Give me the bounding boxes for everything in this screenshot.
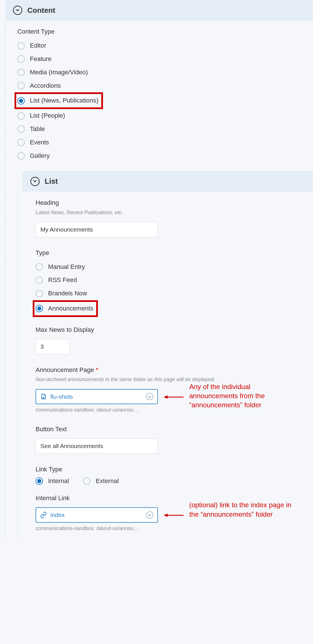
radio-icon	[17, 82, 25, 89]
radio-list-people[interactable]: List (People)	[17, 109, 313, 122]
chevron-down-icon	[15, 8, 20, 13]
heading-input[interactable]	[36, 222, 158, 237]
radio-icon	[36, 290, 43, 297]
radio-label: RSS Feed	[48, 276, 77, 285]
heading-label: Heading	[36, 199, 313, 207]
clear-announcement-page[interactable]	[146, 393, 153, 400]
button-text-label: Button Text	[36, 425, 313, 434]
announcement-page-value: flu-shots	[50, 392, 143, 401]
radio-icon	[17, 69, 25, 76]
announcement-page-label-text: Announcement Page	[36, 366, 94, 373]
radio-icon	[17, 125, 25, 133]
svg-marker-7	[164, 514, 168, 517]
radio-icon	[83, 477, 90, 485]
radio-list-news[interactable]: List (News, Publications)	[17, 95, 98, 106]
radio-icon	[17, 139, 25, 146]
internal-link-selector[interactable]: index	[36, 507, 158, 522]
content-body: Content Type Editor Feature Media (Image…	[5, 21, 313, 162]
radio-table[interactable]: Table	[17, 122, 313, 136]
section-header-list: List	[22, 171, 313, 191]
radio-feature[interactable]: Feature	[17, 52, 313, 66]
close-icon	[148, 392, 151, 401]
radio-label: Events	[30, 138, 49, 147]
announcement-page-annotation: Any of the individual announcements from…	[189, 382, 297, 410]
radio-external[interactable]: External	[83, 477, 119, 486]
radio-icon	[17, 42, 25, 50]
radio-icon-selected	[36, 305, 43, 312]
clear-internal-link[interactable]	[146, 511, 153, 519]
radio-icon	[17, 152, 25, 160]
heading-help: Latest News, Recent Publications, etc.	[36, 209, 313, 216]
content-type-label: Content Type	[17, 27, 313, 36]
annotation-arrow-icon	[164, 512, 184, 518]
radio-icon	[36, 277, 43, 284]
radio-editor[interactable]: Editor	[17, 39, 313, 52]
internal-link-annotation: (optional) link to the index page in the…	[189, 500, 297, 519]
chevron-down-icon	[33, 179, 37, 184]
radio-icon	[17, 112, 25, 120]
required-asterisk: *	[96, 366, 98, 373]
announcement-page-path: communications-sandbox: /about-us/annou…	[36, 406, 158, 414]
radio-accordions[interactable]: Accordions	[17, 79, 313, 93]
internal-link-path: communications-sandbox: /about-us/annou…	[36, 525, 158, 532]
section-title-list: List	[45, 176, 58, 186]
radio-icon-selected	[17, 97, 25, 105]
radio-icon	[36, 263, 43, 271]
link-type-group: Internal External	[36, 477, 313, 486]
radio-brandeis-now[interactable]: Brandeis Now	[36, 287, 313, 300]
radio-internal[interactable]: Internal	[36, 477, 69, 486]
button-text-input[interactable]	[36, 438, 158, 454]
radio-announcements[interactable]: Announcements	[36, 303, 93, 314]
close-icon	[148, 511, 151, 519]
announcement-page-selector[interactable]: flu-shots	[36, 389, 158, 404]
announcement-page-label: Announcement Page *	[36, 366, 313, 375]
annotation-arrow-icon	[164, 394, 184, 400]
highlight-content-type: List (News, Publications)	[15, 92, 103, 109]
radio-label: Manual Entry	[48, 263, 85, 271]
list-type-label: Type	[36, 249, 313, 257]
list-type-group: Manual Entry RSS Feed Brandeis Now Annou…	[36, 260, 313, 317]
internal-link-value: index	[50, 511, 143, 519]
max-news-input[interactable]	[36, 339, 70, 354]
radio-icon	[17, 55, 25, 63]
radio-label: Brandeis Now	[48, 289, 87, 298]
radio-label: List (People)	[30, 111, 65, 120]
radio-media[interactable]: Media (Image/Video)	[17, 66, 313, 79]
list-body: Heading Latest News, Recent Publications…	[18, 192, 313, 535]
section-title-content: Content	[27, 5, 55, 15]
content-type-group: Editor Feature Media (Image/Video) Accor…	[17, 39, 313, 162]
radio-label: Accordions	[30, 81, 61, 90]
collapse-button-list[interactable]	[30, 177, 40, 186]
radio-label: Media (Image/Video)	[30, 68, 88, 77]
radio-label: Gallery	[30, 152, 50, 160]
link-type-label: Link Type	[36, 465, 313, 474]
highlight-list-type: Announcements	[33, 300, 98, 317]
link-icon	[40, 512, 47, 518]
radio-events[interactable]: Events	[17, 136, 313, 149]
radio-label: External	[96, 477, 119, 486]
radio-icon-selected	[36, 477, 43, 485]
max-news-label: Max News to Display	[36, 326, 313, 334]
svg-marker-3	[164, 395, 168, 399]
radio-manual-entry[interactable]: Manual Entry	[36, 260, 313, 274]
radio-label: Feature	[30, 55, 52, 64]
radio-label: Internal	[48, 477, 69, 486]
collapse-button-content[interactable]	[13, 6, 22, 15]
radio-rss-feed[interactable]: RSS Feed	[36, 273, 313, 287]
page-icon	[40, 393, 47, 400]
radio-label: Table	[30, 125, 45, 134]
radio-label: List (News, Publications)	[30, 96, 98, 105]
section-header-content: Content	[5, 0, 313, 21]
radio-gallery[interactable]: Gallery	[17, 149, 313, 163]
radio-label: Editor	[30, 41, 46, 50]
radio-label: Announcements	[48, 304, 93, 313]
